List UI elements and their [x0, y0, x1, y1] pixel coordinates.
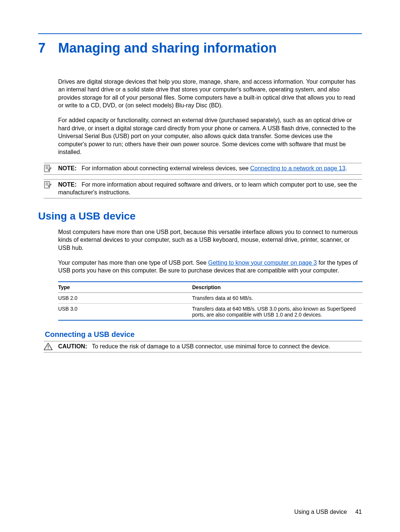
note-content: NOTE: For information about connecting e… — [58, 164, 362, 173]
link-getting-to-know[interactable]: Getting to know your computer on page 3 — [208, 260, 317, 266]
usb-types-table: Type Description USB 2.0 Transfers data … — [58, 281, 363, 321]
note-text-before: For information about connecting externa… — [81, 165, 250, 171]
intro-paragraph-1: Drives are digital storage devices that … — [58, 78, 362, 110]
note-1: NOTE: For information about connecting e… — [44, 163, 362, 175]
note-icon — [44, 164, 58, 173]
heading-using-usb: Using a USB device — [38, 210, 362, 222]
caution-content: CAUTION: To reduce the risk of damage to… — [58, 342, 362, 351]
cell-desc: Transfers data at 60 MB/s. — [192, 292, 363, 303]
table-row: USB 3.0 Transfers data at 640 MB/s. USB … — [58, 303, 363, 320]
note-2: NOTE: For more information about require… — [44, 179, 362, 198]
caution-text: To reduce the risk of damage to a USB co… — [92, 343, 330, 349]
caution-block: CAUTION: To reduce the risk of damage to… — [44, 341, 362, 353]
svg-point-9 — [48, 348, 49, 349]
cell-type: USB 2.0 — [58, 292, 192, 303]
page-footer: Using a USB device 41 — [294, 509, 362, 515]
caution-label: CAUTION: — [58, 343, 87, 349]
footer-section-title: Using a USB device — [294, 509, 347, 515]
intro-paragraph-2: For added capacity or functionality, con… — [58, 116, 362, 156]
usb-p2-before: Your computer has more than one type of … — [58, 260, 208, 266]
chapter-number: 7 — [38, 41, 58, 56]
note-text: For more information about required soft… — [58, 181, 357, 196]
note-label: NOTE: — [58, 165, 77, 171]
heading-connecting-usb: Connecting a USB device — [45, 330, 362, 339]
table-header-type: Type — [58, 282, 192, 293]
note-label: NOTE: — [58, 181, 77, 188]
caution-icon — [44, 342, 58, 351]
document-page: 7 Managing and sharing information Drive… — [0, 0, 400, 532]
table-header-description: Description — [192, 282, 363, 293]
chapter-title: Managing and sharing information — [58, 41, 277, 56]
cell-desc: Transfers data at 640 MB/s. USB 3.0 port… — [192, 303, 363, 320]
top-rule — [38, 33, 362, 34]
table-row: USB 2.0 Transfers data at 60 MB/s. — [58, 292, 363, 303]
usb-paragraph-2: Your computer has more than one type of … — [58, 259, 362, 275]
note-icon — [44, 181, 58, 189]
note-text-after: . — [346, 165, 347, 171]
cell-type: USB 3.0 — [58, 303, 192, 320]
page-number: 41 — [355, 509, 362, 515]
link-connecting-network[interactable]: Connecting to a network on page 13 — [250, 165, 345, 171]
chapter-heading: 7 Managing and sharing information — [38, 41, 362, 56]
note-content: NOTE: For more information about require… — [58, 181, 362, 197]
usb-paragraph-1: Most computers have more than one USB po… — [58, 228, 362, 252]
